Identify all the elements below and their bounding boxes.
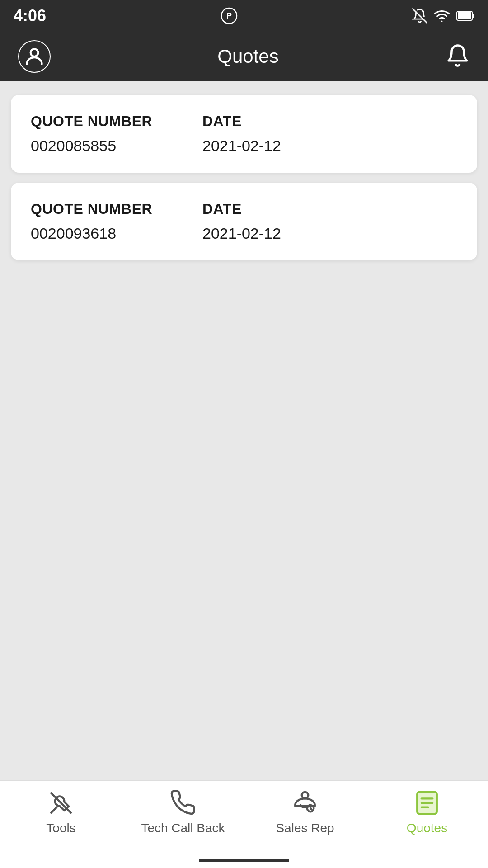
wifi-icon (434, 8, 450, 24)
top-nav: Quotes (0, 32, 488, 81)
svg-point-10 (302, 792, 309, 798)
quote-card-1-values: 0020085855 2021-02-12 (31, 137, 457, 155)
tech-call-back-icon (169, 789, 197, 816)
page-title: Quotes (217, 46, 278, 67)
svg-text:P: P (226, 11, 232, 20)
sales-rep-icon (291, 789, 319, 816)
svg-rect-6 (458, 12, 471, 19)
home-indicator (0, 853, 488, 868)
tab-tech-call-back-label: Tech Call Back (141, 821, 225, 835)
svg-rect-5 (472, 14, 474, 18)
quote-card-2[interactable]: QUOTE NUMBER DATE 0020093618 2021-02-12 (11, 183, 477, 260)
tab-quotes-label: Quotes (407, 821, 447, 835)
quote-card-1-header: QUOTE NUMBER DATE (31, 113, 457, 130)
tools-icon (47, 789, 75, 816)
bell-button[interactable] (446, 43, 470, 70)
quote-number-value-2: 0020093618 (31, 225, 202, 242)
date-label-2: DATE (202, 201, 242, 217)
svg-line-9 (51, 807, 56, 812)
bottom-tab-bar: Tools Tech Call Back Sales Rep (0, 780, 488, 853)
notification-muted-icon (412, 8, 427, 24)
tab-tech-call-back[interactable]: Tech Call Back (122, 789, 244, 835)
svg-point-3 (441, 21, 443, 22)
date-value-2: 2021-02-12 (202, 225, 281, 242)
quote-card-1[interactable]: QUOTE NUMBER DATE 0020085855 2021-02-12 (11, 95, 477, 173)
date-value-1: 2021-02-12 (202, 137, 281, 155)
svg-line-2 (413, 9, 427, 23)
status-bar: 4:06 P (0, 0, 488, 32)
avatar-button[interactable] (18, 40, 51, 73)
quote-card-2-values: 0020093618 2021-02-12 (31, 225, 457, 242)
app-icon: P (221, 7, 238, 24)
quotes-icon (413, 789, 441, 816)
user-avatar-icon (23, 45, 46, 68)
main-content: QUOTE NUMBER DATE 0020085855 2021-02-12 … (0, 81, 488, 780)
quote-card-2-header: QUOTE NUMBER DATE (31, 201, 457, 217)
quote-number-value-1: 0020085855 (31, 137, 202, 155)
status-time: 4:06 (14, 6, 46, 25)
tab-tools-label: Tools (46, 821, 75, 835)
status-center-icons: P (221, 7, 238, 24)
bell-icon (446, 43, 470, 68)
tab-sales-rep-label: Sales Rep (276, 821, 334, 835)
tab-sales-rep[interactable]: Sales Rep (244, 789, 366, 835)
status-right-icons (412, 8, 474, 24)
date-label-1: DATE (202, 113, 242, 130)
quote-number-label-2: QUOTE NUMBER (31, 201, 202, 217)
home-indicator-bar (199, 859, 289, 862)
svg-point-7 (31, 49, 38, 57)
battery-icon (456, 9, 474, 22)
quote-number-label-1: QUOTE NUMBER (31, 113, 202, 130)
tab-quotes[interactable]: Quotes (366, 789, 488, 835)
tab-tools[interactable]: Tools (0, 789, 122, 835)
